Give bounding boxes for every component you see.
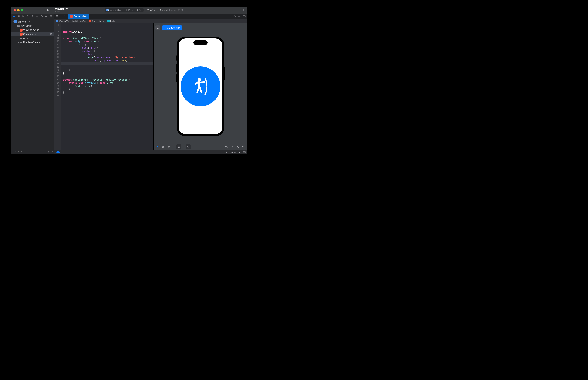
svg-line-64 [232,147,233,148]
selectable-preview-button[interactable] [161,145,165,149]
add-file-button[interactable]: + [12,150,14,153]
tree-group[interactable]: ▾ WhyNotTry [11,24,54,28]
preview-settings-button[interactable] [186,145,190,149]
tab-bar: 〈 〉 ContentView [54,14,247,19]
svg-rect-3 [125,9,126,11]
device-screen [179,38,223,134]
project-navigator-tab[interactable] [12,15,16,18]
swift-file-icon [89,20,92,22]
svg-rect-2 [106,9,109,11]
disclosure-triangle-icon[interactable]: ▾ [15,25,17,27]
debug-navigator-tab[interactable] [39,15,44,18]
preview-icon [164,27,166,29]
editor-tab[interactable]: ContentView [68,14,89,19]
source-editor[interactable]: 6789101112131415161718192021222324252627… [54,23,153,150]
disclosure-triangle-icon[interactable]: ▾ [12,21,14,23]
tree-file-app[interactable]: WhyNotTryApp [11,28,54,32]
zoom-fit-button[interactable] [230,145,234,149]
device-icon [124,9,127,11]
titlebar: WhyNotTry main WhyNotTry 〉 iPhone 14 Pro… [11,7,247,14]
live-preview-button[interactable] [155,145,160,149]
traffic-lights [11,9,23,11]
device-settings-button[interactable] [177,145,181,149]
go-forward-button[interactable]: 〉 [63,14,68,19]
preview-selector-pill[interactable]: Content View [162,25,182,30]
adjust-editor-options-button[interactable] [238,15,241,18]
add-button[interactable] [235,8,239,12]
tree-folder-preview[interactable]: ▸ Preview Content [11,40,54,44]
window-close-button[interactable] [14,9,16,11]
svg-point-9 [22,15,23,16]
code-area[interactable]: importSwiftUI struct ContentView: View {… [61,23,153,150]
test-navigator-tab[interactable] [35,15,39,18]
svg-point-59 [188,146,189,147]
svg-point-10 [22,17,23,17]
symbol-navigator-tab[interactable] [21,15,25,18]
toggle-navigator-button[interactable] [27,8,31,12]
disclosure-triangle-icon[interactable]: ▸ [17,41,19,43]
zoom-out-button[interactable] [224,145,228,149]
filter-input[interactable] [18,150,46,153]
navigator-tabs [11,14,54,19]
folder-icon [17,24,20,27]
svg-rect-53 [168,147,168,148]
project-name: WhyNotTry [55,8,68,10]
xcode-window: WhyNotTry main WhyNotTry 〉 iPhone 14 Pro… [11,6,247,154]
zoom-actual-button[interactable]: 1 [236,145,240,149]
breakpoint-navigator-tab[interactable] [44,15,49,18]
svg-rect-31 [57,17,58,17]
filter-icon [15,150,17,153]
recent-icon[interactable] [47,150,50,153]
related-items-button[interactable] [54,14,59,19]
scm-filter-icon[interactable] [51,150,53,153]
variants-button[interactable] [167,145,171,149]
chevron-right-icon: 〉 [122,9,124,11]
svg-rect-42 [164,27,166,29]
preview-canvas: Content View [153,23,247,150]
window-zoom-button[interactable] [21,9,23,11]
window-minimize-button[interactable] [17,9,19,11]
tree-file-assets[interactable]: Assets [11,36,54,40]
jump-bar[interactable]: WhyNotTry〉 WhyNotTry〉 ContentView〉 P bod… [54,19,247,23]
svg-rect-54 [169,147,170,148]
navigator-pane: ▾ WhyNotTry ▾ WhyNotTry WhyNotTryApp Con… [11,14,54,154]
library-button[interactable] [241,8,245,12]
tree-project-root[interactable]: ▾ WhyNotTry [11,20,54,24]
swift-file-icon [19,29,22,32]
refresh-previews-button[interactable] [233,15,236,18]
svg-line-13 [28,17,29,17]
svg-point-58 [187,146,189,148]
debug-area-toggle-button[interactable] [56,151,60,153]
canvas-stage[interactable] [153,23,247,143]
cursor-line: Line: 18 [225,151,233,153]
navigator-filter-bar: + [11,149,54,154]
toggle-debug-area-button[interactable] [243,151,246,153]
titlebar-title: WhyNotTry main [54,8,105,12]
report-navigator-tab[interactable] [49,15,53,18]
svg-rect-39 [89,20,92,22]
source-control-navigator-tab[interactable] [16,15,21,18]
run-button[interactable] [46,8,50,12]
svg-rect-6 [242,9,244,11]
svg-line-23 [16,152,17,152]
svg-rect-48 [198,86,202,93]
tree-file-contentview[interactable]: ContentView M [11,32,54,36]
svg-point-12 [27,15,28,17]
find-navigator-tab[interactable] [25,15,30,18]
scheme-selector[interactable]: WhyNotTry 〉 iPhone 14 Pro [105,8,144,12]
svg-line-62 [227,147,227,148]
xcodeproj-icon [56,20,58,22]
pin-preview-button[interactable] [155,25,160,30]
add-editor-button[interactable] [243,15,246,18]
svg-point-22 [15,151,16,152]
app-icon [106,9,109,11]
svg-line-67 [238,147,239,148]
property-icon: P [107,20,110,22]
branch-name: main [55,10,59,12]
issue-navigator-tab[interactable] [30,15,35,18]
svg-line-71 [244,147,244,148]
svg-rect-30 [56,17,57,17]
zoom-in-button[interactable] [241,145,245,149]
figure-archery-icon [190,76,211,97]
svg-rect-28 [56,15,57,16]
